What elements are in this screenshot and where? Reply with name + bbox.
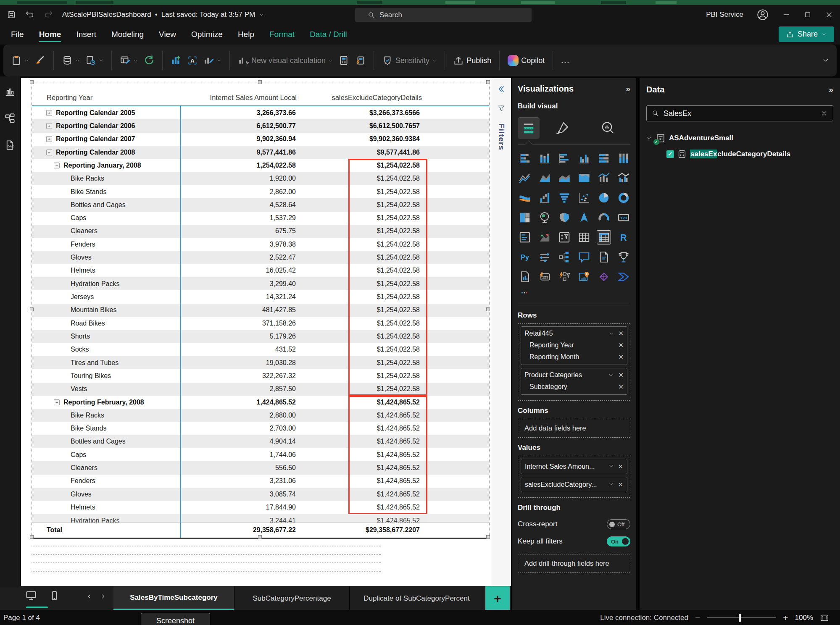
data-search-input[interactable] (664, 109, 816, 118)
power-apps-icon[interactable]: 123 (537, 270, 552, 284)
collapse-ribbon-icon[interactable] (822, 57, 829, 64)
recent-sources-button[interactable] (85, 55, 103, 66)
kpi-icon[interactable] (537, 230, 552, 244)
field-item-reporting-month[interactable]: Reporting Month✕ (524, 351, 624, 363)
search-input[interactable] (379, 11, 506, 19)
collapse-visualizations-icon[interactable]: » (626, 84, 630, 94)
more-visual-options-icon[interactable] (518, 288, 630, 299)
pbi-service-label[interactable]: PBI Service (706, 11, 743, 19)
table-row[interactable]: Helmets16,025.42$1,254,022.58 (32, 264, 489, 277)
new-measure-icon[interactable] (338, 55, 349, 66)
collapse-icon[interactable]: − (46, 150, 52, 155)
field-checkbox[interactable]: ✓ (666, 150, 674, 158)
expand-filters-icon[interactable] (497, 85, 506, 93)
new-page-button[interactable]: + (485, 586, 510, 610)
table-row[interactable]: Vests2,857.50$1,254,022.58 (32, 383, 489, 396)
redo-icon[interactable] (44, 10, 53, 19)
remove-field-icon[interactable]: ✕ (618, 353, 624, 361)
column-header-internet-sales[interactable]: Internet Sales Amount Local (180, 94, 297, 102)
page-tab-salesbytimesubcategory[interactable]: SalesByTimeSubcategory (113, 586, 234, 610)
funnel-chart-icon[interactable] (557, 191, 571, 205)
zoom-slider-handle[interactable] (739, 614, 741, 622)
collapse-icon[interactable]: − (54, 399, 60, 405)
clustered-bar-chart-icon[interactable] (557, 151, 571, 165)
chevron-down-icon[interactable] (608, 464, 614, 469)
share-button[interactable]: Share (779, 26, 834, 42)
pie-chart-icon[interactable] (597, 191, 611, 205)
previous-page-icon[interactable] (86, 593, 93, 600)
zoom-in-button[interactable]: + (783, 614, 788, 622)
new-visual-icon[interactable] (171, 55, 182, 66)
model-view-icon[interactable] (4, 113, 16, 124)
waterfall-chart-icon[interactable] (537, 191, 552, 205)
keep-all-filters-toggle[interactable]: On (607, 536, 630, 546)
value-field-salesexcludecategory[interactable]: salesExcludeCategory...✕ (521, 477, 627, 492)
mobile-view-icon[interactable] (49, 590, 60, 601)
field-group-product-categories[interactable]: Product Categories✕Subcategory✕ (521, 368, 627, 395)
field-item-subcategory[interactable]: Subcategory✕ (524, 381, 624, 393)
python-script-icon[interactable]: Py (518, 250, 532, 264)
menu-item-help[interactable]: Help (238, 24, 254, 45)
report-view-icon[interactable] (4, 87, 16, 98)
page-tab-subcategorypercentage[interactable]: SubCategoryPercentage (234, 586, 350, 610)
tab-build-visual[interactable] (518, 117, 540, 139)
paste-button[interactable] (11, 55, 29, 66)
hundred-stacked-column-chart-icon[interactable] (616, 151, 631, 165)
matrix-visual[interactable]: Reporting Year Internet Sales Amount Loc… (32, 82, 490, 538)
minimize-icon[interactable] (782, 11, 790, 19)
filters-pane-collapsed[interactable]: Filters (491, 78, 511, 586)
table-row[interactable]: Mountain Bikes481,427.85$1,254,022.58 (32, 304, 489, 317)
table-row[interactable]: +Reporting Calendar 20079,902,360.94$9,9… (32, 133, 489, 146)
resize-handle[interactable] (30, 535, 34, 539)
gauge-icon[interactable] (597, 210, 611, 225)
text-box-icon[interactable]: A (187, 55, 198, 66)
chevron-down-icon[interactable] (608, 482, 614, 487)
stacked-bar-chart-icon[interactable] (518, 151, 532, 165)
table-row[interactable]: Cleaners675.75$1,254,022.58 (32, 225, 489, 238)
menu-item-format[interactable]: Format (269, 24, 295, 45)
resize-handle[interactable] (30, 80, 34, 84)
table-row[interactable]: Touring Bikes322,267.32$1,254,022.58 (32, 369, 489, 382)
more-visuals-button[interactable] (203, 55, 221, 66)
menu-item-data-drill[interactable]: Data / Drill (310, 24, 347, 45)
ribbon-more-button[interactable]: ... (561, 56, 570, 65)
page-tab-duplicate-of-subcategorypercent[interactable]: Duplicate of SubCategoryPercent (350, 586, 484, 610)
table-row[interactable]: +Reporting Calendar 20066,612,500.77$6,6… (32, 119, 489, 132)
custom-visual-icon[interactable] (597, 270, 611, 284)
table-row[interactable]: Fenders3,978.38$1,254,022.58 (32, 238, 489, 251)
stacked-column-chart-icon[interactable] (537, 151, 552, 165)
table-row[interactable]: Bottles and Cages4,528.64$1,254,022.58 (32, 198, 489, 211)
line-chart-icon[interactable] (518, 171, 532, 185)
remove-field-icon[interactable]: ✕ (618, 481, 623, 488)
table-icon[interactable] (577, 230, 591, 244)
remove-field-icon[interactable]: ✕ (618, 341, 624, 349)
remove-field-icon[interactable]: ✕ (618, 383, 624, 391)
map-icon[interactable] (537, 210, 552, 225)
field-node[interactable]: ✓ salesExcludeCategoryDetails (666, 147, 833, 161)
arcgis-map-icon[interactable] (577, 270, 591, 284)
expand-icon[interactable]: + (46, 110, 52, 116)
hundred-stacked-area-chart-icon[interactable] (577, 171, 591, 185)
desktop-view-icon[interactable] (25, 590, 37, 601)
table-row[interactable]: Socks431.52$1,254,022.58 (32, 343, 489, 356)
hundred-stacked-bar-chart-icon[interactable] (597, 151, 611, 165)
title-caret-icon[interactable] (259, 12, 264, 18)
table-row[interactable]: Bottles and Cages4,904.14$1,424,865.52 (32, 435, 489, 448)
report-canvas[interactable]: Reporting Year Internet Sales Amount Loc… (21, 78, 491, 586)
decomposition-tree-icon[interactable] (557, 250, 571, 264)
filled-map-icon[interactable] (557, 210, 571, 225)
new-slicer-icon[interactable] (537, 250, 552, 264)
menu-item-file[interactable]: File (11, 24, 24, 45)
data-search-box[interactable] (646, 105, 833, 121)
next-page-icon[interactable] (100, 593, 106, 600)
card-icon[interactable]: 123 (616, 210, 631, 225)
account-icon[interactable] (757, 9, 769, 21)
chevron-down-icon[interactable] (608, 373, 614, 378)
resize-handle[interactable] (258, 535, 262, 539)
resize-handle[interactable] (486, 307, 490, 311)
columns-well-placeholder[interactable]: Add data fields here (518, 419, 630, 438)
cross-report-toggle[interactable]: Off (607, 519, 630, 529)
qa-visual-icon[interactable] (577, 250, 591, 264)
clear-search-icon[interactable] (820, 110, 828, 117)
remove-field-icon[interactable]: ✕ (618, 463, 623, 470)
